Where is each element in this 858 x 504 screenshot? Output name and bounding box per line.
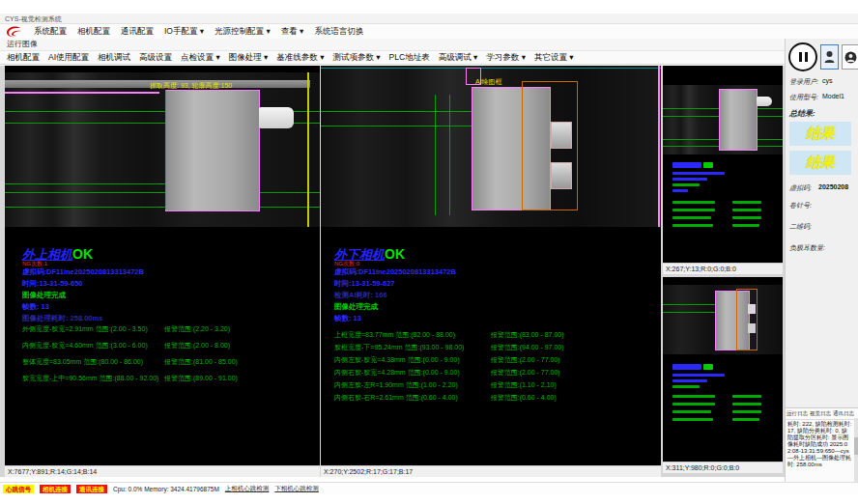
time-text: 时间:13-31-59-650 (22, 279, 83, 289)
overlay-magenta-line (5, 92, 159, 94)
mini-text-bar (672, 178, 707, 181)
upper-camera-heartbeat-link[interactable]: 上相机心跳检测 (225, 485, 270, 493)
window-title: CYS-视觉检测系统 (5, 15, 62, 22)
mini-camera-image[interactable] (663, 285, 783, 354)
measure-value: 内侧右胶-右R=2.61mm 范围:(0.60 - 4.00) (334, 394, 458, 401)
measure-value: 内侧右胶-胶宽=4.28mm 范围:(0.00 - 9.00) (334, 369, 460, 376)
camera-panel-outer-top[interactable]: 抓取高度: 93, 轮廓高度:150 外上相机OK NG次数:1 虚拟码:DF1… (5, 66, 320, 477)
alarm-range: 报警范围:(81.00 - 85.00) (164, 357, 238, 367)
measurement-row: 内侧右胶-胶宽=4.28mm 范围:(0.00 - 9.00)报警范围:(2.0… (334, 368, 653, 378)
frame-count-text: 帧数: 13 (22, 302, 49, 312)
measurement-row: 内侧右胶-右R=2.61mm 范围:(0.60 - 4.00)报警范围:(0.6… (334, 393, 653, 403)
menu-item-view[interactable]: 查看 ▾ (281, 26, 304, 38)
user-manage-button[interactable] (842, 44, 858, 70)
mini-text-bar (672, 403, 715, 406)
tab-run-image[interactable]: 运行图像 (7, 40, 38, 48)
user-login-button[interactable] (820, 44, 839, 70)
result-box-2: 结果 (789, 151, 851, 175)
toolbar-spot-check[interactable]: 点检设置 ▾ (181, 52, 220, 64)
pause-button[interactable] (788, 42, 817, 71)
menu-item-comm-config[interactable]: 通讯配置 (121, 26, 154, 38)
mini-camera-panel-top[interactable]: X:267;Y:13;R:0;G:0;B:0 (663, 66, 783, 274)
mini-result-text (672, 364, 773, 461)
mini-text-bar (732, 209, 761, 211)
toolbar-camera-config[interactable]: 相机配置 (7, 52, 40, 64)
toolbar-advanced-debug[interactable]: 高级调试 ▾ (439, 52, 478, 64)
process-done-text: 图像处理完成 (22, 291, 66, 300)
comm-connect-badge: 通讯连接 (76, 485, 107, 493)
log-scrollbar[interactable] (854, 418, 858, 482)
overlay-green-line (5, 207, 320, 208)
log-tab-vision[interactable]: 视觉日志 (810, 410, 831, 417)
toolbar-advanced-settings[interactable]: 高级设置 (139, 52, 172, 64)
mini-text-bar (672, 410, 711, 413)
alarm-range: 报警范围:(2.00 - 77.00) (491, 368, 560, 378)
pause-icon (805, 52, 808, 62)
camera-image-outer-top[interactable]: 抓取高度: 93, 轮廓高度:150 (5, 72, 320, 227)
measurement-row: 上框宽度=83.77mm 范围:(82.00 - 88.00)报警范围:(83.… (334, 330, 653, 340)
toolbar-learning-params[interactable]: 学习参数 ▾ (486, 52, 526, 64)
menu-item-language-switch[interactable]: 系统语言切换 (314, 26, 363, 38)
overlay-magenta-vline (658, 66, 660, 227)
overlay-green-line (5, 183, 169, 184)
user-icon (824, 50, 835, 64)
alarm-range: 报警范围:(83.00 - 87.00) (491, 330, 564, 340)
lower-camera-heartbeat-link[interactable]: 下相机心跳检测 (274, 485, 319, 493)
tab-count-label: 负极耳数量: (789, 243, 825, 253)
menu-item-system-config[interactable]: 系统配置 (34, 26, 67, 38)
alarm-range: 报警范围:(2.20 - 3.20) (164, 324, 230, 334)
mini-text-bar (672, 216, 711, 219)
log-tab-comm[interactable]: 通讯日志 (833, 410, 854, 417)
log-panel: 运行日志 视觉日志 通讯日志 耗时: 222, 缺陷检测耗时: 17, 缺陷分类… (786, 407, 858, 482)
app-status-bar: 心跳信号 相机连接 通讯连接 Cpu: 0.0% Memory: 3424.41… (0, 482, 858, 494)
mini-result-text (672, 162, 773, 255)
toolbar-plc-address[interactable]: PLC地址表 (389, 52, 430, 64)
app-logo-icon (6, 26, 23, 38)
log-tab-run[interactable]: 运行日志 (786, 410, 808, 417)
pin-number-label: 卷针号: (789, 201, 812, 210)
mini-text-bar (672, 209, 715, 211)
overlay-green-line (5, 192, 320, 193)
toolbar: 相机配置 AI使用配置 相机调试 高级设置 点检设置 ▾ 图像处理 ▾ 基准线参… (0, 50, 785, 65)
measure-value: 外侧宽度-胶宽=2.91mm 范围:(2.00 - 3.50) (22, 325, 148, 332)
mini-text-bar (672, 379, 707, 382)
login-user-label: 登录用户: (789, 77, 818, 87)
cpu-memory-text: Cpu: 0.0% Memory: 3424.41796875M (113, 486, 219, 492)
mini-text-bar (672, 201, 715, 204)
measure-value: 内侧宽度-胶宽=4.60mm 范围:(3.00 - 6.00) (22, 342, 148, 349)
overlay-teal-line (321, 68, 661, 69)
mini-camera-image[interactable] (663, 85, 783, 154)
toolbar-other-settings[interactable]: 其它设置 ▾ (534, 52, 574, 64)
alarm-range: 报警范围:(94.00 - 97.00) (491, 343, 564, 352)
menu-item-io-config[interactable]: IO手配置 ▾ (164, 26, 204, 38)
overlay-yellow-vline (307, 72, 309, 227)
alarm-range: 报警范围:(2.00 - 77.00) (491, 355, 560, 365)
toolbar-image-processing[interactable]: 图像处理 ▾ (229, 52, 269, 64)
overlay-green-edge (165, 90, 166, 210)
scroll-thumb[interactable] (854, 437, 858, 455)
menu-item-camera-config[interactable]: 相机配置 (77, 26, 110, 38)
toolbar-test-params[interactable]: 测试项参数 ▾ (332, 52, 380, 64)
battery-tab-image (757, 97, 772, 106)
virtual-code-label: 虚拟码: (789, 183, 812, 193)
measure-value: 内侧左胶-胶宽=4.38mm 范围:(0.00 - 9.00) (334, 356, 460, 363)
alarm-range: 报警范围:(89.00 - 91.00) (164, 374, 238, 383)
camera-panel-outer-bottom[interactable]: AI绘图框 外下相机OK NG次数:0 虚拟码:DF11ine202502081… (321, 66, 661, 477)
menu-item-light-config[interactable]: 光源控制配置 ▾ (214, 26, 271, 38)
measurement-row: 胶框宽度-下=95.24mm 范围:(93.00 - 98.00)报警范围:(9… (334, 343, 653, 352)
mini-text-bar (732, 224, 759, 227)
pause-icon (799, 52, 802, 62)
mini-ok-bar (703, 364, 713, 370)
toolbar-camera-debug[interactable]: 相机调试 (98, 52, 130, 64)
toolbar-baseline-params[interactable]: 基准线参数 ▾ (276, 52, 324, 64)
mini-text-bar (732, 410, 761, 413)
overlay-orange-box (736, 289, 758, 350)
mini-title-bar (672, 364, 701, 370)
measure-value: 胶宽宽度-上中=90.56mm 范围:(88.00 - 92.00) (22, 375, 158, 381)
measurement-row: 内侧左胶-左R=1.90mm 范围:(1.00 - 2.20)报警范围:(1.1… (334, 380, 653, 390)
toolbar-ai-config[interactable]: AI使用配置 (48, 52, 89, 64)
mini-camera-panel-bottom[interactable]: X:311;Y:980;R:0;G:0;B:0 (663, 277, 783, 473)
camera-image-outer-bottom[interactable]: AI绘图框 (321, 66, 661, 227)
mini-text-bar (732, 418, 759, 421)
mini-text-bar (672, 224, 713, 227)
